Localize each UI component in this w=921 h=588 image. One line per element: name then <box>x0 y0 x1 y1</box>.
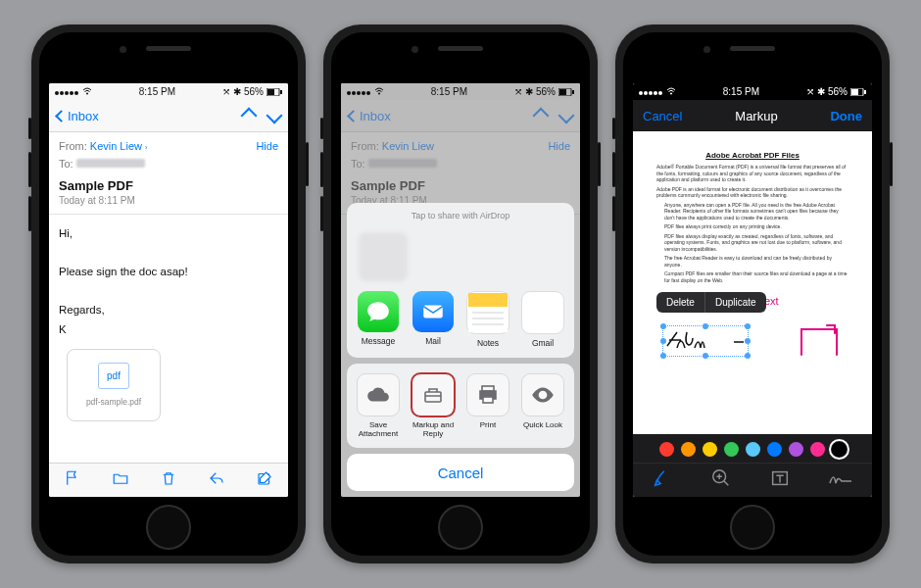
to-value <box>76 159 145 168</box>
app-label: Notes <box>477 338 499 348</box>
status-time: 8:15 PM <box>723 86 759 97</box>
next-msg-button[interactable] <box>267 108 283 124</box>
cancel-button[interactable]: Cancel <box>347 454 574 491</box>
color-swatch[interactable] <box>724 442 739 457</box>
airdrop-contact[interactable] <box>359 232 408 281</box>
doc-bullet: Compact PDF files are smaller than their… <box>664 270 848 283</box>
action-row: Save Attachment Markup and Reply Print Q… <box>347 369 574 446</box>
share-notes[interactable]: Notes <box>461 291 515 348</box>
hide-button[interactable]: Hide <box>256 138 278 156</box>
home-button[interactable] <box>146 505 191 550</box>
body-line: Regards, <box>59 301 278 320</box>
svg-rect-9 <box>423 306 443 318</box>
context-menu: Delete Duplicate <box>656 292 766 313</box>
app-label: Mail <box>425 336 441 346</box>
color-swatch[interactable] <box>767 442 782 457</box>
action-markup-reply[interactable]: Markup and Reply <box>407 373 460 438</box>
battery-pct: 56% <box>828 86 848 97</box>
svg-rect-11 <box>468 307 508 332</box>
home-button[interactable] <box>730 505 775 550</box>
app-label: Message <box>362 336 396 346</box>
mail-navbar: Inbox <box>49 100 288 132</box>
folder-button[interactable] <box>112 469 129 491</box>
doc-bullet: Anyone, anywhere can open a PDF file. Al… <box>664 202 848 221</box>
flag-button[interactable] <box>64 469 81 491</box>
back-button[interactable]: Inbox <box>57 109 99 123</box>
action-label: Save Attachment <box>352 420 406 438</box>
svg-rect-10 <box>468 293 508 307</box>
share-gmail[interactable]: MGmail <box>516 291 570 348</box>
battery-icon <box>267 88 282 96</box>
status-time: 8:15 PM <box>139 86 175 97</box>
action-print[interactable]: Print <box>461 373 515 438</box>
reply-button[interactable] <box>208 469 225 491</box>
attachment-name: pdf-sample.pdf <box>86 395 141 409</box>
pdf-icon: pdf <box>98 363 129 389</box>
mail-header: From: Kevin Liew › Hide To: <box>49 132 288 176</box>
status-bar: 8:15 PM ⤧ ✱ 56% <box>49 83 288 100</box>
color-swatch[interactable] <box>832 442 847 457</box>
wifi-icon <box>82 87 92 95</box>
color-swatch[interactable] <box>681 442 696 457</box>
markup-screen: 8:15 PM ⤧ ✱ 56% Cancel Markup Done Adobe… <box>633 83 872 497</box>
mail-body: Hi, Please sign the doc asap! Regards, K… <box>49 215 288 441</box>
action-label: Print <box>480 420 496 429</box>
action-label: Quick Look <box>523 420 562 429</box>
text-tool[interactable] <box>769 467 791 493</box>
signature-tool[interactable] <box>828 467 853 493</box>
menu-duplicate[interactable]: Duplicate <box>705 292 766 313</box>
svg-rect-22 <box>864 90 866 94</box>
share-mail[interactable]: Mail <box>407 291 460 348</box>
menu-delete[interactable]: Delete <box>656 292 704 313</box>
done-button[interactable]: Done <box>830 109 862 123</box>
signature-object[interactable] <box>662 325 749 357</box>
svg-point-19 <box>670 93 672 95</box>
share-screen: 8:15 PM ⤧ ✱ 56% Inbox From: Kevin Liew H… <box>341 83 580 497</box>
color-swatch[interactable] <box>789 442 803 457</box>
back-label: Inbox <box>68 109 99 123</box>
to-label: To: <box>59 158 73 170</box>
doc-para: Adobe® Portable Document Format (PDF) is… <box>656 164 848 183</box>
cloud-icon <box>357 373 400 416</box>
share-sheet: Tap to share with AirDrop Message Mail N… <box>347 203 574 491</box>
airdrop-caption: Tap to share with AirDrop <box>347 209 574 226</box>
message-icon <box>358 291 399 332</box>
body-line: Hi, <box>59 224 278 244</box>
svg-point-0 <box>86 93 88 95</box>
cancel-button[interactable]: Cancel <box>643 109 682 123</box>
subject-text: Sample PDF <box>59 178 278 193</box>
status-bar: 8:15 PM ⤧ ✱ 56% <box>633 83 872 100</box>
color-swatch[interactable] <box>703 442 717 457</box>
magnifier-tool[interactable] <box>710 467 732 493</box>
doc-bullet: PDF files always print correctly on any … <box>664 223 848 230</box>
phone-sharesheet: 8:15 PM ⤧ ✱ 56% Inbox From: Kevin Liew H… <box>323 24 598 564</box>
svg-rect-21 <box>851 89 858 95</box>
subject-block: Sample PDF Today at 8:11 PM <box>49 176 288 215</box>
home-button[interactable] <box>438 505 483 550</box>
markup-tools <box>633 463 872 497</box>
body-line: K <box>59 320 278 340</box>
printer-icon <box>466 373 509 416</box>
color-swatch[interactable] <box>746 442 760 457</box>
color-swatch[interactable] <box>659 442 674 457</box>
compose-button[interactable] <box>256 469 273 491</box>
chevron-left-icon <box>55 110 68 122</box>
trash-button[interactable] <box>160 469 177 491</box>
action-quicklook[interactable]: Quick Look <box>516 373 570 438</box>
color-swatch[interactable] <box>810 442 825 457</box>
attachment[interactable]: pdf pdf-sample.pdf <box>67 349 161 421</box>
drawn-shape[interactable] <box>798 321 843 359</box>
share-message[interactable]: Message <box>352 291 406 348</box>
battery-pct: 56% <box>244 86 264 97</box>
prev-msg-button[interactable] <box>241 108 258 124</box>
svg-rect-2 <box>267 89 274 95</box>
pdf-page[interactable]: Adobe Acrobat PDF Files Adobe® Portable … <box>645 141 860 435</box>
action-label: Markup and Reply <box>407 420 460 438</box>
phone-markup: 8:15 PM ⤧ ✱ 56% Cancel Markup Done Adobe… <box>615 24 890 564</box>
action-save[interactable]: Save Attachment <box>352 373 406 438</box>
app-label: Gmail <box>532 338 554 348</box>
svg-rect-3 <box>280 90 282 94</box>
from-value[interactable]: Kevin Liew <box>90 140 142 152</box>
gmail-icon: M <box>521 291 564 334</box>
pen-tool[interactable] <box>652 467 673 493</box>
